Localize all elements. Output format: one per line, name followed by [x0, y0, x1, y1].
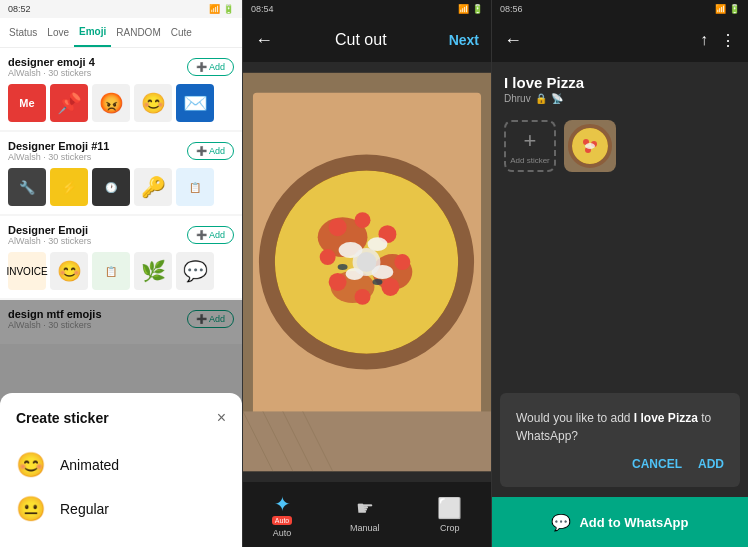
phone3: 08:56 📶 🔋 ← ↑ ⋮ I love Pizza Dhruv 🔒 📡 +…	[492, 0, 748, 547]
back-arrow-2[interactable]: ←	[255, 30, 273, 51]
time-3: 08:56	[500, 4, 523, 14]
sticker-previews-2: 🔧 ⚡ 🕐 🔑 📋	[8, 168, 234, 206]
svg-point-12	[381, 278, 399, 296]
pack-header-3: Designer Emoji AlWalsh · 30 stickers ➕ A…	[8, 224, 234, 246]
status-bar-2: 08:54 📶 🔋	[243, 0, 491, 18]
add-sticker-label: Add sticker	[510, 156, 550, 165]
svg-point-24	[357, 252, 377, 272]
more-icon[interactable]: ⋮	[720, 31, 736, 50]
regular-label: Regular	[60, 501, 109, 517]
svg-rect-25	[243, 411, 491, 471]
pack-info-1: designer emoji 4 AlWalsh · 30 stickers	[8, 56, 95, 78]
add-sticker-button[interactable]: + Add sticker	[504, 120, 556, 172]
back-arrow-3[interactable]: ←	[504, 30, 522, 51]
sticker-pack-2: Designer Emoji #11 AlWalsh · 30 stickers…	[0, 132, 242, 214]
tab-love[interactable]: Love	[42, 19, 74, 46]
sticker-thumb: 😊	[50, 252, 88, 290]
cutout-header: ← Cut out Next	[243, 18, 491, 62]
sticker-thumb: 🕐	[92, 168, 130, 206]
pack-title-2: Designer Emoji #11	[8, 140, 110, 152]
sticker-header-icons: ↑ ⋮	[700, 31, 736, 50]
add-icon-2: ➕	[196, 146, 207, 156]
svg-point-8	[329, 218, 347, 236]
next-button[interactable]: Next	[449, 32, 479, 48]
svg-point-9	[355, 212, 371, 228]
tabs-row: Status Love Emoji RANDOM Cute	[0, 18, 242, 48]
bottom-sheet-title: Create sticker	[16, 410, 109, 426]
add-icon-3: ➕	[196, 230, 207, 240]
sticker-thumb: 💬	[176, 252, 214, 290]
dialog-pack-name: I love Pizza	[634, 411, 698, 425]
pack-subtitle-1: AlWalsh · 30 stickers	[8, 68, 95, 78]
icons-2: 📶 🔋	[458, 4, 483, 14]
cutout-toolbar: ✦ Auto Auto ☛ Manual ⬜ Crop	[243, 482, 491, 547]
crop-tool[interactable]: ⬜ Crop	[437, 496, 462, 533]
add-btn-1[interactable]: ➕ Add	[187, 58, 234, 76]
tab-status[interactable]: Status	[4, 19, 42, 46]
sticker-thumb: 🌿	[134, 252, 172, 290]
sticker-pack-meta: Dhruv 🔒 📡	[504, 93, 736, 104]
lock-icon: 🔒	[535, 93, 547, 104]
share-icon[interactable]: ↑	[700, 31, 708, 50]
pack-title-1: designer emoji 4	[8, 56, 95, 68]
sticker-thumb: ⚡	[50, 168, 88, 206]
animated-icon: 😊	[16, 451, 46, 479]
pack-info-3: Designer Emoji AlWalsh · 30 stickers	[8, 224, 91, 246]
add-btn-3[interactable]: ➕ Add	[187, 226, 234, 244]
auto-icon: ✦	[274, 492, 291, 516]
sticker-previews-1: Me 📌 😡 😊 ✉️	[8, 84, 234, 122]
dialog-text-before: Would you like to add	[516, 411, 634, 425]
add-confirm-button[interactable]: ADD	[698, 457, 724, 471]
animated-option[interactable]: 😊 Animated	[16, 443, 226, 487]
close-button[interactable]: ×	[217, 409, 226, 427]
cancel-button[interactable]: CANCEL	[632, 457, 682, 471]
auto-badge: Auto	[272, 516, 292, 525]
add-to-whatsapp-bar[interactable]: 💬 Add to WhatsApp	[492, 497, 748, 547]
manual-icon: ☛	[356, 496, 374, 520]
sticker-thumb: 🔧	[8, 168, 46, 206]
crop-label: Crop	[440, 523, 460, 533]
sticker-thumb: 😡	[92, 84, 130, 122]
pack-title-3: Designer Emoji	[8, 224, 91, 236]
svg-point-20	[338, 264, 348, 270]
tab-random[interactable]: RANDOM	[111, 19, 165, 46]
tab-emoji[interactable]: Emoji	[74, 18, 111, 47]
phone1: 08:52 📶 🔋 Status Love Emoji RANDOM Cute …	[0, 0, 243, 547]
time-1: 08:52	[8, 4, 31, 14]
pack-info-2: Designer Emoji #11 AlWalsh · 30 stickers	[8, 140, 110, 162]
pack-header-1: designer emoji 4 AlWalsh · 30 stickers ➕…	[8, 56, 234, 78]
manual-tool[interactable]: ☛ Manual	[350, 496, 380, 533]
svg-point-15	[320, 249, 336, 265]
bottom-sheet: Create sticker × 😊 Animated 😐 Regular	[0, 393, 242, 547]
sticker-thumb: 📌	[50, 84, 88, 122]
phone2: 08:54 📶 🔋 ← Cut out Next	[243, 0, 492, 547]
sticker-pack-3: Designer Emoji AlWalsh · 30 stickers ➕ A…	[0, 216, 242, 298]
tab-cute[interactable]: Cute	[166, 19, 197, 46]
svg-point-36	[585, 143, 595, 149]
auto-tool[interactable]: ✦ Auto Auto	[272, 492, 292, 538]
svg-point-22	[372, 279, 382, 285]
sticker-header-left: ←	[504, 30, 522, 51]
pizza-svg	[243, 62, 491, 482]
status-bar-1: 08:52 📶 🔋	[0, 0, 242, 18]
dialog-text: Would you like to add I love Pizza to Wh…	[516, 409, 724, 445]
plus-icon: +	[524, 128, 537, 154]
time-2: 08:54	[251, 4, 274, 14]
sticker-pack-1: designer emoji 4 AlWalsh · 30 stickers ➕…	[0, 48, 242, 130]
sticker-thumb: Me	[8, 84, 46, 122]
add-to-whatsapp-dialog: Would you like to add I love Pizza to Wh…	[500, 393, 740, 487]
bottom-sheet-header: Create sticker ×	[16, 409, 226, 427]
animated-label: Animated	[60, 457, 119, 473]
sticker-grid: + Add sticker	[504, 120, 736, 172]
channel-icon: 📡	[551, 93, 563, 104]
sticker-thumb: 😊	[134, 84, 172, 122]
pack-author: Dhruv	[504, 93, 531, 104]
add-btn-2[interactable]: ➕ Add	[187, 142, 234, 160]
svg-point-14	[329, 273, 347, 291]
svg-point-11	[394, 254, 410, 270]
pizza-image-area	[243, 62, 491, 482]
regular-option[interactable]: 😐 Regular	[16, 487, 226, 531]
sticker-pack-name: I love Pizza	[504, 74, 736, 91]
crop-icon: ⬜	[437, 496, 462, 520]
add-icon-1: ➕	[196, 62, 207, 72]
